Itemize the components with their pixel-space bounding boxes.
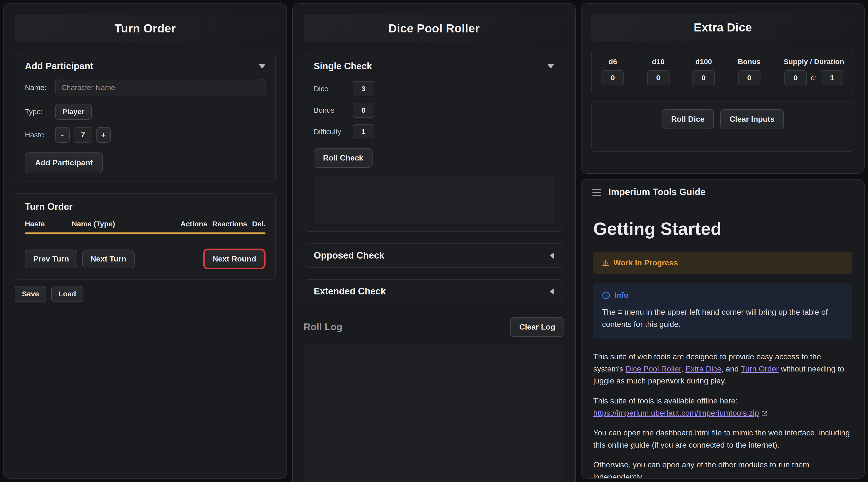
supply-input[interactable] <box>784 70 807 85</box>
character-name-input[interactable] <box>55 79 266 96</box>
dice-pool-panel: Dice Pool Roller Single Check Dice Bonus <box>292 3 576 482</box>
guide-heading: Getting Started <box>593 219 852 239</box>
table-header-rule <box>25 233 266 234</box>
info-banner: Info The ≡ menu in the upper left hand c… <box>593 283 852 339</box>
roll-log-header-row: Roll Log Clear Log <box>304 317 565 337</box>
single-check-header[interactable]: Single Check <box>314 61 554 71</box>
extra-dice-title: Extra Dice <box>694 21 752 34</box>
warning-text: Work In Progress <box>614 258 678 267</box>
turn-order-panel: Turn Order Add Participant Name: Type: P… <box>3 3 287 479</box>
dice-row: Dice <box>314 81 554 96</box>
supply-duration-group: Supply / Duration d: <box>784 58 844 85</box>
clear-log-button[interactable]: Clear Log <box>510 317 565 337</box>
clear-inputs-button[interactable]: Clear Inputs <box>720 109 784 129</box>
haste-value-input[interactable] <box>74 127 92 143</box>
collapse-left-icon[interactable] <box>550 288 554 295</box>
guide-title: Imperium Tools Guide <box>608 187 705 197</box>
work-in-progress-banner: ⚠ Work In Progress <box>593 252 852 274</box>
imperiumtools-zip-link[interactable]: https://imperium.uberlaut.com/imperiumto… <box>593 407 759 419</box>
add-participant-heading: Add Participant <box>25 61 93 71</box>
next-turn-button[interactable]: Next Turn <box>82 249 134 268</box>
roll-log-label: Roll Log <box>304 322 343 332</box>
collapse-down-icon[interactable] <box>547 64 554 68</box>
dice-pool-column: Dice Pool Roller Single Check Dice Bonus <box>292 3 576 479</box>
load-button[interactable]: Load <box>51 286 83 302</box>
bonus-input[interactable] <box>353 103 374 118</box>
column-del: Del. <box>252 220 266 228</box>
single-check-card: Single Check Dice Bonus Difficulty <box>304 53 565 232</box>
column-haste: Haste <box>25 220 72 228</box>
guide-paragraph-2: This suite of tools is available offline… <box>593 395 852 419</box>
d100-label: d100 <box>695 58 712 66</box>
dice-pool-roller-link[interactable]: Dice Pool Roller <box>626 364 681 373</box>
add-participant-button[interactable]: Add Participant <box>25 152 103 173</box>
opposed-check-heading: Opposed Check <box>314 250 384 261</box>
single-check-heading: Single Check <box>314 61 372 71</box>
guide-panel: Imperium Tools Guide Getting Started ⚠ W… <box>581 179 865 479</box>
extra-bonus-label: Bonus <box>738 58 761 66</box>
haste-decrement-button[interactable]: - <box>55 127 70 143</box>
roll-dice-button[interactable]: Roll Dice <box>662 109 714 129</box>
extended-check-card[interactable]: Extended Check <box>304 279 565 303</box>
dice-pool-title: Dice Pool Roller <box>389 22 480 35</box>
right-column: Extra Dice d6 d10 d100 <box>581 3 865 479</box>
difficulty-input[interactable] <box>353 124 374 139</box>
add-participant-card: Add Participant Name: Type: Player Haste… <box>14 53 276 181</box>
next-round-button[interactable]: Next Round <box>203 248 266 269</box>
type-toggle-button[interactable]: Player <box>55 104 92 120</box>
type-field-row: Type: Player <box>25 104 266 120</box>
dice-pool-header: Dice Pool Roller <box>304 14 565 42</box>
turn-order-link[interactable]: Turn Order <box>741 364 778 373</box>
extra-dice-panel: Extra Dice d6 d10 d100 <box>581 3 865 174</box>
extra-dice-buttons-card: Roll Dice Clear Inputs <box>591 101 854 152</box>
roll-check-button[interactable]: Roll Check <box>314 148 373 168</box>
turn-order-list-heading: Turn Order <box>25 202 266 212</box>
save-button[interactable]: Save <box>14 286 46 302</box>
type-label: Type: <box>25 108 55 116</box>
d6-input[interactable] <box>601 70 624 85</box>
duration-input[interactable] <box>821 70 843 85</box>
bonus-row: Bonus <box>314 103 554 118</box>
collapse-left-icon[interactable] <box>550 252 554 259</box>
guide-paragraph-4: Otherwise, you can open any of the other… <box>593 459 852 478</box>
menu-icon[interactable] <box>592 188 601 197</box>
turn-order-title: Turn Order <box>115 22 176 35</box>
roll-log-area <box>304 344 565 482</box>
guide-paragraph-3: You can open the dashboard.html file to … <box>593 427 852 451</box>
d10-label: d10 <box>652 58 665 66</box>
extra-dice-header: Extra Dice <box>591 14 854 41</box>
turn-order-column: Turn Order Add Participant Name: Type: P… <box>3 3 287 479</box>
d100-input[interactable] <box>692 70 715 85</box>
difficulty-row: Difficulty <box>314 124 554 139</box>
turn-order-list-card: Turn Order Haste Name (Type) Actions Rea… <box>14 193 276 279</box>
add-participant-header[interactable]: Add Participant <box>25 61 266 71</box>
guide-titlebar: Imperium Tools Guide <box>582 180 864 205</box>
info-heading: Info <box>614 291 628 300</box>
haste-increment-button[interactable]: + <box>96 127 111 143</box>
dice-count-input[interactable] <box>353 81 374 96</box>
column-reactions: Reactions <box>212 220 247 228</box>
turn-controls: Prev Turn Next Turn Next Round <box>25 248 266 269</box>
collapse-down-icon[interactable] <box>259 64 266 68</box>
single-check-result-area <box>314 177 554 223</box>
column-name-type: Name (Type) <box>72 220 176 228</box>
opposed-check-card[interactable]: Opposed Check <box>304 243 565 268</box>
name-label: Name: <box>25 84 55 92</box>
extended-check-heading: Extended Check <box>314 286 386 297</box>
d-separator-label: d: <box>811 74 817 82</box>
haste-label: Haste: <box>25 131 55 139</box>
extra-dice-link[interactable]: Extra Dice <box>685 364 721 373</box>
info-body: The ≡ menu in the upper left hand corner… <box>602 306 844 330</box>
guide-paragraph-1: This suite of web tools are designed to … <box>593 351 852 387</box>
column-actions: Actions <box>180 220 207 228</box>
extra-dice-grid: d6 d10 d100 Bonus <box>599 57 846 86</box>
prev-turn-button[interactable]: Prev Turn <box>25 249 77 268</box>
d10-input[interactable] <box>647 70 670 85</box>
haste-field-row: Haste: - + <box>25 127 266 143</box>
external-link-icon <box>761 410 768 417</box>
extra-bonus-input[interactable] <box>738 70 761 85</box>
offline-text: This suite of tools is available offline… <box>593 396 738 405</box>
dashboard: Turn Order Add Participant Name: Type: P… <box>0 0 868 482</box>
guide-content: Getting Started ⚠ Work In Progress Info <box>582 205 864 478</box>
name-field-row: Name: <box>25 79 266 96</box>
